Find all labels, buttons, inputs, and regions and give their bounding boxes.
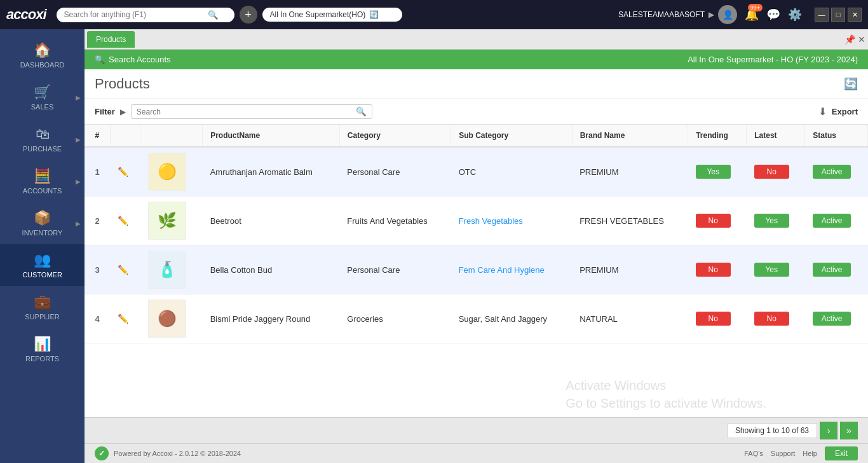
trending-badge: No xyxy=(696,263,731,277)
exit-button[interactable]: Exit xyxy=(825,446,858,460)
products-table: # ProductName Category Sub Category Bran… xyxy=(85,125,868,343)
customer-icon: 👥 xyxy=(34,252,51,268)
edit-icon[interactable]: ✏️ xyxy=(118,216,128,226)
global-search-input[interactable] xyxy=(64,10,204,19)
product-name-cell: Beetroot xyxy=(203,197,340,245)
main-layout: 🏠 DASHBOARD 🛒 SALES ▶ 🛍 PURCHASE ▶ 🧮 ACC… xyxy=(0,29,868,463)
help-link[interactable]: Help xyxy=(803,450,817,457)
faqs-link[interactable]: FAQ's xyxy=(744,450,763,457)
trending-cell: No xyxy=(688,197,747,245)
sidebar-item-customer[interactable]: 👥 CUSTOMER xyxy=(0,244,85,286)
nav-right: SALESTEAMAABASOFT ▶ 👤 🔔99+ 💬 ⚙️ — □ ✕ xyxy=(618,5,862,24)
user-info: SALESTEAMAABASOFT ▶ 👤 xyxy=(618,5,737,24)
supplier-icon: 💼 xyxy=(34,294,51,310)
settings-icon[interactable]: ⚙️ xyxy=(788,8,802,22)
filter-bar: Filter ▶ 🔍 ⬇ Export xyxy=(85,99,868,125)
category-cell: Personal Care xyxy=(339,245,451,294)
company-selector[interactable]: All In One Supermarket(HO) 🔄 xyxy=(262,8,402,22)
company-name: All In One Supermarket(HO) xyxy=(270,10,366,19)
notifications-icon[interactable]: 🔔99+ xyxy=(745,8,759,22)
sidebar-item-inventory[interactable]: 📦 INVENTORY ▶ xyxy=(0,202,85,244)
latest-cell: No xyxy=(747,147,805,197)
image-cell: 🧴 xyxy=(140,245,203,294)
filter-button[interactable]: Filter xyxy=(95,107,115,116)
avatar[interactable]: 👤 xyxy=(718,5,737,24)
product-image: 🟤 xyxy=(148,300,186,338)
table-row: 3 ✏️ 🧴 Bella Cotton Bud Personal Care Fe… xyxy=(85,245,868,294)
footer-right: FAQ's Support Help Exit xyxy=(744,446,858,460)
pagination-next-button[interactable]: › xyxy=(820,422,837,439)
sub-category-link[interactable]: Fresh Vegetables xyxy=(459,216,523,226)
sidebar-item-dashboard[interactable]: 🏠 DASHBOARD xyxy=(0,34,85,76)
pagination-last-button[interactable]: » xyxy=(840,422,858,439)
sidebar-item-reports[interactable]: 📊 REPORTS xyxy=(0,328,85,370)
products-tab[interactable]: Products xyxy=(87,31,135,48)
purchase-icon: 🛍 xyxy=(36,126,50,142)
footer-left: ✓ Powered by Accoxi - 2.0.12 © 2018-2024 xyxy=(95,446,241,460)
global-search-button[interactable]: 🔍 xyxy=(208,10,219,20)
table-search-button[interactable]: 🔍 xyxy=(356,107,367,116)
search-accounts-label: Search Accounts xyxy=(109,55,171,64)
export-icon-button[interactable]: ⬇ xyxy=(818,106,827,118)
content-area: Products 📌 ✕ 🔍 Search Accounts All In On… xyxy=(85,29,868,463)
edit-icon[interactable]: ✏️ xyxy=(118,314,128,324)
username: SALESTEAMAABASOFT xyxy=(618,10,705,19)
col-category: Category xyxy=(339,125,451,147)
app-logo: accoxi xyxy=(6,6,46,23)
product-name-cell: Amruthanjan Aromatic Balm xyxy=(203,147,340,197)
trending-cell: No xyxy=(688,245,747,294)
tab-close-button[interactable]: ✕ xyxy=(858,34,865,45)
row-number: 4 xyxy=(85,294,110,343)
sub-category-cell: Fem Care And Hygiene xyxy=(451,245,572,294)
edit-cell: ✏️ xyxy=(110,197,140,245)
sidebar-label-sales: SALES xyxy=(31,103,53,111)
sidebar-item-accounts[interactable]: 🧮 ACCOUNTS ▶ xyxy=(0,160,85,202)
status-cell: Active xyxy=(805,197,868,245)
trending-cell: Yes xyxy=(688,147,747,197)
close-button[interactable]: ✕ xyxy=(848,8,862,22)
purchase-arrow-icon: ▶ xyxy=(76,136,81,143)
pagination-bar: Showing 1 to 10 of 63 › » xyxy=(85,417,868,443)
edit-icon[interactable]: ✏️ xyxy=(118,265,128,275)
sidebar-item-purchase[interactable]: 🛍 PURCHASE ▶ xyxy=(0,118,85,160)
table-search-input[interactable] xyxy=(137,107,352,116)
col-status: Status xyxy=(805,125,868,147)
tab-pin-button[interactable]: 📌 xyxy=(844,34,855,45)
latest-cell: Yes xyxy=(747,245,805,294)
maximize-button[interactable]: □ xyxy=(831,8,845,22)
latest-cell: Yes xyxy=(747,197,805,245)
edit-cell: ✏️ xyxy=(110,147,140,197)
add-button[interactable]: + xyxy=(240,6,257,24)
global-search-bar: 🔍 xyxy=(57,8,234,22)
minimize-button[interactable]: — xyxy=(815,8,829,22)
accounts-arrow-icon: ▶ xyxy=(76,178,81,185)
row-number: 2 xyxy=(85,197,110,245)
status-badge: Active xyxy=(813,214,851,228)
sidebar-label-dashboard: DASHBOARD xyxy=(20,61,65,69)
support-link[interactable]: Support xyxy=(771,450,796,457)
export-area: ⬇ Export xyxy=(818,106,858,118)
sub-category-link[interactable]: Fem Care And Hygiene xyxy=(459,265,545,275)
search-accounts-icon: 🔍 xyxy=(95,55,105,64)
company-refresh-icon[interactable]: 🔄 xyxy=(369,10,379,19)
edit-icon[interactable]: ✏️ xyxy=(118,167,128,177)
dashboard-icon: 🏠 xyxy=(34,42,51,59)
latest-badge: No xyxy=(754,165,789,179)
search-accounts-btn[interactable]: 🔍 Search Accounts xyxy=(95,55,171,64)
sidebar-label-customer: CUSTOMER xyxy=(22,271,62,279)
sidebar-item-supplier[interactable]: 💼 SUPPLIER xyxy=(0,286,85,328)
page-refresh-button[interactable]: 🔄 xyxy=(844,77,858,91)
sub-category-cell: Fresh Vegetables xyxy=(451,197,572,245)
image-cell: 🌿 xyxy=(140,197,203,245)
sub-category-cell: OTC xyxy=(451,147,572,197)
trending-cell: No xyxy=(688,294,747,343)
messages-icon[interactable]: 💬 xyxy=(766,8,780,22)
sidebar-item-sales[interactable]: 🛒 SALES ▶ xyxy=(0,76,85,118)
row-number: 3 xyxy=(85,245,110,294)
trending-badge: Yes xyxy=(696,165,731,179)
export-button[interactable]: Export xyxy=(832,107,858,116)
sub-category-text: Sugar, Salt And Jaggery xyxy=(459,314,547,324)
footer: ✓ Powered by Accoxi - 2.0.12 © 2018-2024… xyxy=(85,443,868,463)
table-header-row: # ProductName Category Sub Category Bran… xyxy=(85,125,868,147)
product-image: 🧴 xyxy=(148,251,186,289)
